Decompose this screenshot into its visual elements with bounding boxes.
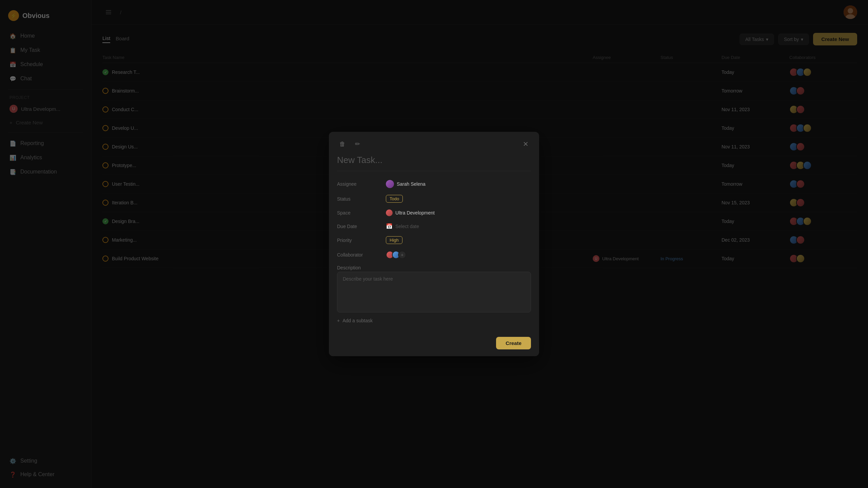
collaborator-value[interactable]: +	[386, 251, 406, 259]
edit-button[interactable]: ✏	[352, 139, 363, 149]
calendar-icon: 📅	[386, 223, 393, 229]
status-badge: Todo	[386, 195, 403, 203]
modal-header: 🗑 ✏ ✕	[329, 132, 539, 154]
modal-overlay[interactable]: 🗑 ✏ ✕ Assignee Sarah Selena	[0, 0, 868, 488]
space-label: Space	[337, 210, 378, 216]
description-label: Description	[337, 262, 531, 272]
create-button[interactable]: Create	[496, 337, 531, 349]
modal-body: Assignee Sarah Selena Status Todo Space …	[329, 171, 539, 333]
priority-value[interactable]: High	[386, 236, 402, 244]
status-field-row: Status Todo	[337, 191, 531, 206]
due-date-field-row: Due Date 📅 Select date	[337, 220, 531, 233]
due-date-value[interactable]: 📅 Select date	[386, 223, 419, 229]
status-label: Status	[337, 196, 378, 202]
due-date-label: Due Date	[337, 224, 378, 229]
close-icon: ✕	[523, 140, 529, 148]
delete-button[interactable]: 🗑	[337, 139, 348, 149]
assignee-name: Sarah Selena	[397, 181, 426, 187]
modal-actions: 🗑 ✏	[337, 139, 363, 149]
plus-icon: +	[337, 318, 340, 323]
add-collaborator-button[interactable]: +	[398, 251, 406, 259]
task-title-input[interactable]	[329, 154, 539, 171]
space-icon	[386, 209, 393, 216]
description-textarea[interactable]	[337, 272, 531, 312]
space-name: Ultra Development	[395, 210, 435, 216]
edit-icon: ✏	[355, 140, 360, 148]
assignee-avatar	[386, 180, 394, 188]
assignee-value[interactable]: Sarah Selena	[386, 180, 426, 188]
due-date-placeholder: Select date	[395, 224, 419, 229]
add-subtask-label: Add a subtask	[342, 318, 373, 323]
collaborator-avatars: +	[386, 251, 406, 259]
priority-field-row: Priority High	[337, 233, 531, 247]
space-value[interactable]: Ultra Development	[386, 209, 435, 216]
add-subtask-button[interactable]: + Add a subtask	[337, 314, 531, 327]
collaborator-label: Collaborator	[337, 252, 378, 258]
priority-badge: High	[386, 236, 402, 244]
assignee-field-row: Assignee Sarah Selena	[337, 177, 531, 191]
priority-label: Priority	[337, 238, 378, 243]
new-task-modal: 🗑 ✏ ✕ Assignee Sarah Selena	[329, 132, 539, 356]
status-value[interactable]: Todo	[386, 195, 403, 203]
collaborator-field-row: Collaborator +	[337, 247, 531, 262]
space-field-row: Space Ultra Development	[337, 206, 531, 220]
trash-icon: 🗑	[339, 141, 346, 148]
modal-close-button[interactable]: ✕	[520, 139, 531, 149]
assignee-label: Assignee	[337, 181, 378, 187]
modal-footer: Create	[329, 333, 539, 356]
